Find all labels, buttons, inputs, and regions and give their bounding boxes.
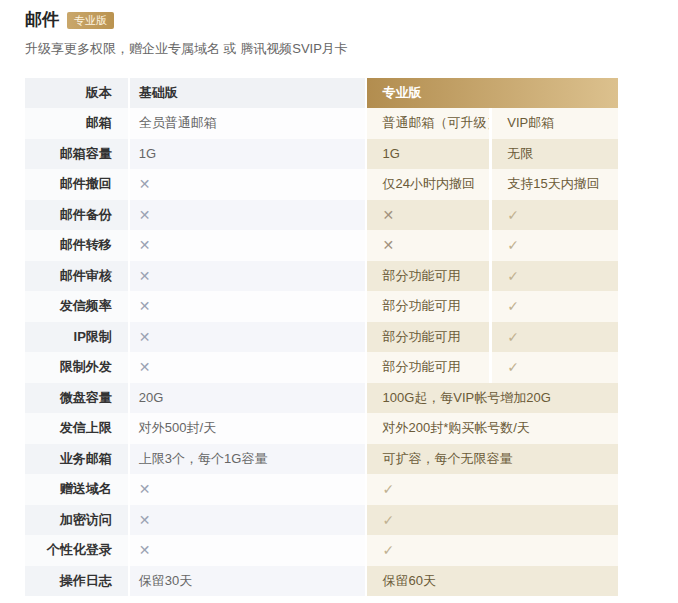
pro-standard-value: ✕ — [367, 230, 489, 261]
table-row: 邮件撤回✕仅24小时内撤回支持15天内撤回 — [25, 169, 618, 200]
table-row: 操作日志保留30天保留60天 — [25, 566, 618, 597]
table-body: 邮箱全员普通邮箱普通邮箱（可升级）VIP邮箱邮箱容量1G1G无限邮件撤回✕仅24… — [25, 108, 618, 596]
table-header-row: 版本 基础版 专业版 — [25, 78, 618, 108]
pro-vip-value: ✓ — [492, 230, 618, 261]
table-row: IP限制✕部分功能可用✓ — [25, 322, 618, 353]
basic-value: ✕ — [130, 535, 366, 566]
pro-vip-value: 无限 — [492, 139, 618, 170]
pro-value: ✓ — [367, 505, 618, 536]
pro-standard-value: 部分功能可用 — [367, 322, 489, 353]
pro-vip-value: ✓ — [492, 261, 618, 292]
table-row: 发信频率✕部分功能可用✓ — [25, 291, 618, 322]
basic-value: 20G — [130, 383, 366, 414]
pro-standard-value: 部分功能可用 — [367, 291, 489, 322]
pro-vip-value: 支持15天内撤回 — [492, 169, 618, 200]
pro-version-badge: 专业版 — [67, 12, 114, 29]
page-header: 邮件 专业版 升级享更多权限，赠企业专属域名 或 腾讯视频SVIP月卡 — [25, 10, 625, 58]
basic-value: 保留30天 — [130, 566, 366, 597]
comparison-table: 版本 基础版 专业版 邮箱全员普通邮箱普通邮箱（可升级）VIP邮箱邮箱容量1G1… — [25, 78, 618, 596]
pro-value: ✓ — [367, 535, 618, 566]
page-title: 邮件 — [25, 10, 59, 30]
table-row: 加密访问✕✓ — [25, 505, 618, 536]
feature-label: 邮件撤回 — [25, 169, 128, 200]
table-row: 邮件备份✕✕✓ — [25, 200, 618, 231]
basic-value: 全员普通邮箱 — [130, 108, 366, 139]
pro-standard-value: 部分功能可用 — [367, 261, 489, 292]
pro-standard-value: 普通邮箱（可升级） — [367, 108, 489, 139]
table-row: 个性化登录✕✓ — [25, 535, 618, 566]
pro-vip-value: ✓ — [492, 352, 618, 383]
feature-label: IP限制 — [25, 322, 128, 353]
pro-standard-value: 1G — [367, 139, 489, 170]
feature-label: 微盘容量 — [25, 383, 128, 414]
table-row: 邮件转移✕✕✓ — [25, 230, 618, 261]
basic-value: ✕ — [130, 352, 366, 383]
basic-value: ✕ — [130, 200, 366, 231]
table-row: 微盘容量20G100G起，每VIP帐号增加20G — [25, 383, 618, 414]
pro-standard-value: 仅24小时内撤回 — [367, 169, 489, 200]
pro-vip-value: VIP邮箱 — [492, 108, 618, 139]
basic-value: ✕ — [130, 322, 366, 353]
basic-value: ✕ — [130, 474, 366, 505]
pro-vip-value: ✓ — [492, 322, 618, 353]
column-header-version: 版本 — [25, 78, 128, 108]
column-header-pro: 专业版 — [367, 78, 618, 108]
column-header-basic: 基础版 — [130, 78, 366, 108]
feature-label: 加密访问 — [25, 505, 128, 536]
feature-label: 发信频率 — [25, 291, 128, 322]
table-row: 邮件审核✕部分功能可用✓ — [25, 261, 618, 292]
table-row: 业务邮箱上限3个，每个1G容量可扩容，每个无限容量 — [25, 444, 618, 475]
upgrade-subtitle: 升级享更多权限，赠企业专属域名 或 腾讯视频SVIP月卡 — [25, 40, 625, 58]
table-row: 邮箱全员普通邮箱普通邮箱（可升级）VIP邮箱 — [25, 108, 618, 139]
table-row: 赠送域名✕✓ — [25, 474, 618, 505]
feature-label: 限制外发 — [25, 352, 128, 383]
basic-value: 对外500封/天 — [130, 413, 366, 444]
pro-standard-value: 部分功能可用 — [367, 352, 489, 383]
pro-vip-value: ✓ — [492, 200, 618, 231]
pro-value: ✓ — [367, 474, 618, 505]
basic-value: ✕ — [130, 291, 366, 322]
basic-value: ✕ — [130, 169, 366, 200]
pro-vip-value: ✓ — [492, 291, 618, 322]
table-row: 发信上限对外500封/天对外200封*购买帐号数/天 — [25, 413, 618, 444]
table-row: 邮箱容量1G1G无限 — [25, 139, 618, 170]
feature-label: 操作日志 — [25, 566, 128, 597]
pro-value: 对外200封*购买帐号数/天 — [367, 413, 618, 444]
feature-label: 邮件备份 — [25, 200, 128, 231]
table-row: 限制外发✕部分功能可用✓ — [25, 352, 618, 383]
feature-label: 邮件审核 — [25, 261, 128, 292]
feature-label: 发信上限 — [25, 413, 128, 444]
pro-standard-value: ✕ — [367, 200, 489, 231]
basic-value: ✕ — [130, 505, 366, 536]
feature-label: 邮件转移 — [25, 230, 128, 261]
pro-value: 100G起，每VIP帐号增加20G — [367, 383, 618, 414]
pro-value: 保留60天 — [367, 566, 618, 597]
feature-label: 赠送域名 — [25, 474, 128, 505]
feature-label: 邮箱容量 — [25, 139, 128, 170]
feature-label: 业务邮箱 — [25, 444, 128, 475]
basic-value: ✕ — [130, 261, 366, 292]
basic-value: 1G — [130, 139, 366, 170]
feature-label: 个性化登录 — [25, 535, 128, 566]
basic-value: 上限3个，每个1G容量 — [130, 444, 366, 475]
pro-value: 可扩容，每个无限容量 — [367, 444, 618, 475]
basic-value: ✕ — [130, 230, 366, 261]
feature-comparison-page: 邮件 专业版 升级享更多权限，赠企业专属域名 或 腾讯视频SVIP月卡 版本 基… — [0, 0, 678, 603]
feature-label: 邮箱 — [25, 108, 128, 139]
